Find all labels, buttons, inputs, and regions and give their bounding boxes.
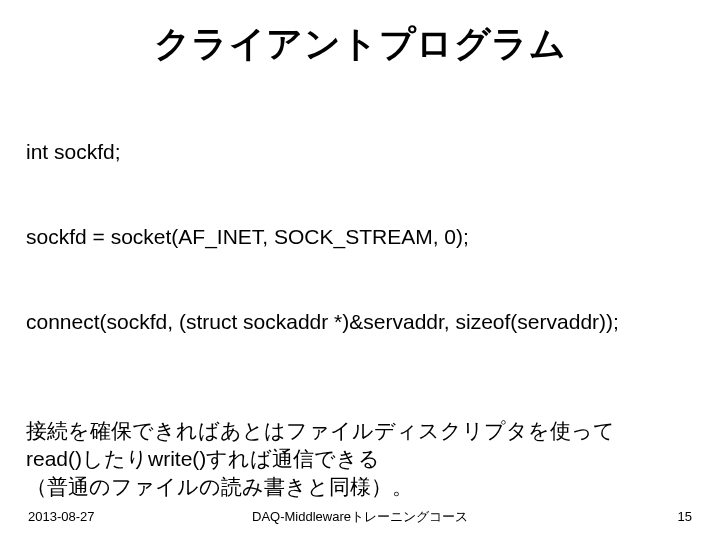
text-line: 接続を確保できればあとはファイルディスクリプタを使って <box>26 417 694 445</box>
paragraph-explanation: 接続を確保できればあとはファイルディスクリプタを使って read()したりwri… <box>26 417 694 502</box>
code-line: connect(sockfd, (struct sockaddr *)&serv… <box>26 308 694 336</box>
slide-body: int sockfd; sockfd = socket(AF_INET, SOC… <box>0 81 720 540</box>
slide-footer: DAQ-Middlewareトレーニングコース 2013-08-27 15 <box>0 509 720 524</box>
footer-page-number: 15 <box>678 509 692 524</box>
text-line: （普通のファイルの読み書きと同様）。 <box>26 473 694 501</box>
footer-course-name: DAQ-Middlewareトレーニングコース <box>0 508 720 526</box>
slide-title: クライアントプログラム <box>0 0 720 81</box>
footer-date: 2013-08-27 <box>28 509 95 524</box>
text-line: read()したりwrite()すれば通信できる <box>26 445 694 473</box>
slide: クライアントプログラム int sockfd; sockfd = socket(… <box>0 0 720 540</box>
code-line: int sockfd; <box>26 138 694 166</box>
code-line: sockfd = socket(AF_INET, SOCK_STREAM, 0)… <box>26 223 694 251</box>
code-block-socket: int sockfd; sockfd = socket(AF_INET, SOC… <box>26 81 694 393</box>
code-block-file: FILE *fp; fp = fopen("my_file", "r") <box>26 526 694 540</box>
